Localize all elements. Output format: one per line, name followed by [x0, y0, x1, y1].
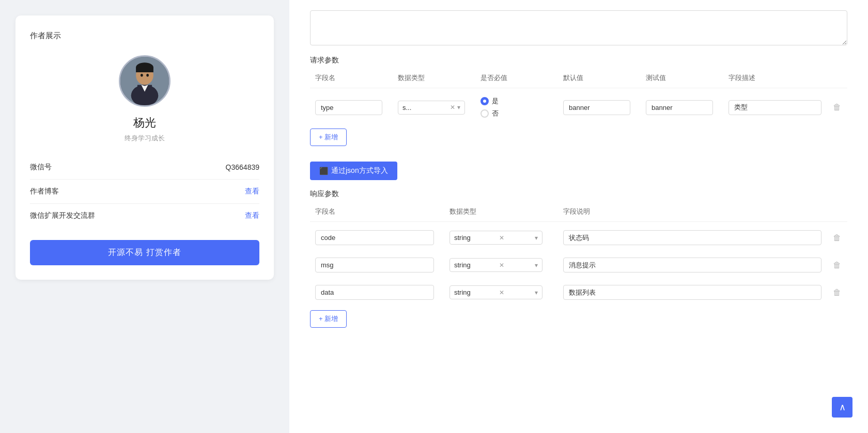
wechat-label: 微信号 [30, 163, 52, 172]
blog-link[interactable]: 查看 [245, 187, 259, 196]
request-field-input-0[interactable] [315, 100, 382, 115]
radio-no-0[interactable]: 否 [481, 109, 563, 118]
request-type-select-0[interactable]: s... ✕ ▾ [398, 101, 465, 115]
response-type-arrow-2: ▾ [535, 289, 538, 296]
header-field: 字段名 [315, 73, 398, 83]
header-default: 默认值 [563, 73, 646, 83]
header-test: 测试值 [646, 73, 729, 83]
response-row-1: string ✕ ▾ 🗑 [310, 251, 847, 279]
import-btn-label: 通过json方式导入 [331, 166, 388, 175]
response-row-2: string ✕ ▾ 🗑 [310, 279, 847, 306]
request-table-header: 字段名 数据类型 是否必值 默认值 测试值 字段描述 [310, 73, 847, 88]
svg-rect-6 [136, 68, 153, 72]
header-type: 数据类型 [398, 73, 481, 83]
wechat-value: Q3664839 [226, 163, 259, 171]
response-desc-input-0[interactable] [563, 230, 822, 245]
radio-dot-yes-0 [481, 97, 489, 105]
response-desc-input-1[interactable] [563, 258, 822, 272]
import-json-button[interactable]: ⬛ 通过json方式导入 [310, 162, 397, 180]
request-type-arrow-0: ▾ [457, 104, 460, 111]
avatar [119, 55, 171, 107]
author-card: 作者展示 [16, 15, 274, 280]
response-type-arrow-0: ▾ [535, 234, 538, 242]
author-bio: 终身学习成长 [30, 134, 259, 143]
response-type-text-0: string [454, 234, 471, 242]
request-desc-input-0[interactable] [729, 100, 822, 115]
response-field-input-1[interactable] [315, 258, 434, 272]
header-desc: 字段描述 [729, 73, 847, 83]
response-type-arrow-1: ▾ [535, 262, 538, 269]
response-type-text-1: string [454, 261, 471, 269]
scroll-top-icon: ∧ [839, 402, 846, 413]
response-type-select-0[interactable]: string ✕ ▾ [450, 231, 542, 245]
request-default-input-0[interactable] [563, 100, 630, 115]
scroll-top-button[interactable]: ∧ [832, 397, 853, 418]
response-type-text-2: string [454, 288, 471, 296]
group-label: 微信扩展开发交流群 [30, 211, 95, 220]
response-header: 响应参数 [310, 189, 847, 199]
response-type-close-2[interactable]: ✕ [499, 289, 504, 296]
radio-no-label: 否 [492, 109, 499, 118]
request-type-text-0: s... [402, 104, 450, 111]
request-params-title: 请求参数 [310, 56, 847, 65]
main-textarea[interactable] [310, 10, 847, 45]
response-desc-input-2[interactable] [563, 285, 822, 300]
avatar-wrap [30, 55, 259, 107]
response-delete-2[interactable]: 🗑 [831, 286, 843, 299]
response-field-input-2[interactable] [315, 285, 434, 300]
radio-yes-label: 是 [492, 97, 499, 106]
response-row-0: string ✕ ▾ 🗑 [310, 224, 847, 251]
right-panel: 请求参数 字段名 数据类型 是否必值 默认值 测试值 字段描述 s... ✕ ▾… [289, 0, 868, 433]
request-required-group-0: 是 否 [481, 97, 563, 118]
radio-dot-no-0 [481, 109, 489, 118]
author-name: 杨光 [30, 115, 259, 131]
rheader-field: 字段名 [315, 207, 450, 216]
add-response-button[interactable]: + 新增 [310, 310, 347, 328]
info-row-wechat: 微信号 Q3664839 [30, 155, 259, 180]
info-row-blog: 作者博客 查看 [30, 180, 259, 204]
request-type-close-0[interactable]: ✕ [450, 104, 455, 111]
response-type-select-1[interactable]: string ✕ ▾ [450, 258, 542, 272]
response-table-header: 字段名 数据类型 字段说明 [310, 207, 847, 222]
response-type-select-2[interactable]: string ✕ ▾ [450, 285, 542, 299]
svg-point-8 [146, 74, 149, 77]
request-row-0: s... ✕ ▾ 是 否 [310, 90, 847, 124]
svg-point-9 [141, 79, 148, 84]
donate-button[interactable]: 开源不易 打赏作者 [30, 240, 259, 265]
card-title: 作者展示 [30, 31, 259, 41]
header-required: 是否必值 [481, 73, 563, 83]
rheader-desc: 字段说明 [563, 207, 847, 216]
response-delete-1[interactable]: 🗑 [831, 259, 843, 272]
response-type-close-0[interactable]: ✕ [499, 234, 504, 242]
request-test-input-0[interactable] [646, 100, 713, 115]
response-type-close-1[interactable]: ✕ [499, 262, 504, 269]
svg-point-7 [141, 74, 143, 77]
response-delete-0[interactable]: 🗑 [831, 231, 843, 245]
info-row-group: 微信扩展开发交流群 查看 [30, 204, 259, 228]
radio-yes-0[interactable]: 是 [481, 97, 563, 106]
response-section: 响应参数 字段名 数据类型 字段说明 string ✕ ▾ 🗑 [310, 189, 847, 328]
response-field-input-0[interactable] [315, 230, 434, 245]
request-delete-0[interactable]: 🗑 [831, 101, 843, 114]
rheader-type: 数据类型 [450, 207, 563, 216]
group-link[interactable]: 查看 [245, 211, 259, 220]
import-icon: ⬛ [319, 167, 328, 175]
response-params-title: 响应参数 [310, 189, 339, 199]
add-request-button[interactable]: + 新增 [310, 129, 347, 146]
blog-label: 作者博客 [30, 187, 59, 196]
